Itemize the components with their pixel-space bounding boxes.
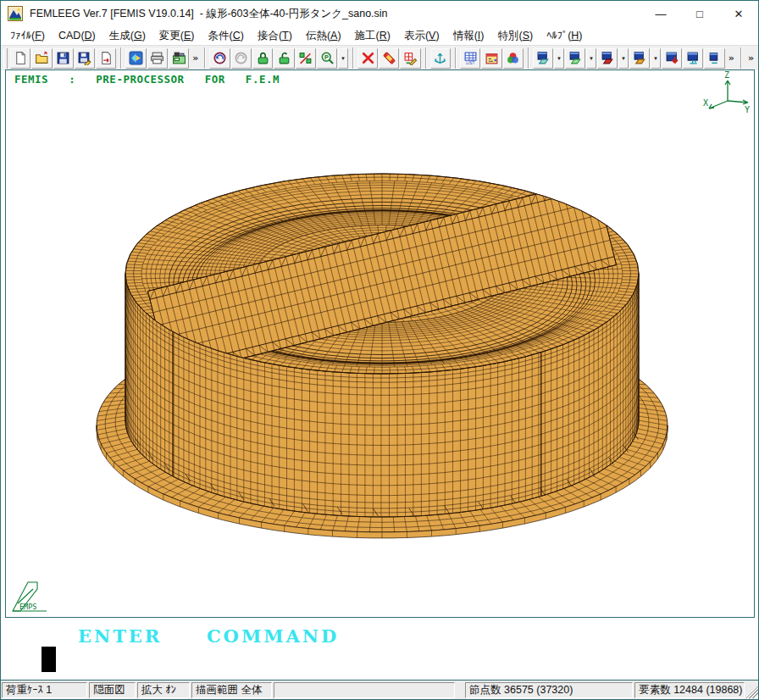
toolbar-overflow-chevron-icon[interactable]: »	[745, 53, 756, 64]
toolbar-overflow-chevron-icon[interactable]: »	[190, 53, 201, 64]
view-down-button[interactable]	[662, 48, 682, 69]
schedule-button[interactable]	[481, 48, 501, 69]
color-wheel-icon	[506, 51, 520, 65]
toolbar-separator	[528, 47, 529, 69]
menu-item-help[interactable]: ﾍﾙﾌﾟ(H)	[540, 28, 589, 43]
toolbar-separator	[455, 47, 457, 69]
save-button[interactable]	[53, 48, 74, 69]
status-field-load-case: 荷重ｹｰｽ 1	[2, 682, 87, 698]
save-as-icon	[77, 51, 91, 65]
save-icon	[56, 51, 70, 65]
svg-text:Z: Z	[724, 70, 729, 80]
toolbar-separator	[120, 47, 122, 69]
workplane-cyan-icon	[536, 51, 551, 65]
svg-text:X: X	[703, 98, 708, 108]
fit-view-button[interactable]	[125, 48, 146, 69]
axis-indicator: ZXY	[702, 70, 751, 118]
svg-text:P: P	[324, 53, 329, 61]
maximize-button[interactable]: □	[680, 1, 719, 26]
toolbar-separator	[425, 47, 427, 69]
command-cursor[interactable]	[42, 647, 56, 672]
workplane-green-button[interactable]	[565, 48, 585, 69]
app-window: FEMLEEG Ver.7 [FEMIS V19.0.14] - 線形-603全…	[0, 0, 759, 700]
unlock-icon	[277, 51, 291, 65]
percent-icon	[298, 51, 313, 65]
redo-icon	[234, 51, 248, 65]
open-file-icon	[35, 51, 49, 65]
dropdown-arrow-button[interactable]: ▼	[554, 48, 564, 69]
toolbar-overflow-chevron-icon[interactable]: »	[726, 53, 737, 64]
color-wheel-button[interactable]	[503, 48, 524, 69]
menu-item-info[interactable]: 情報(I)	[446, 27, 491, 45]
lock-button[interactable]	[252, 48, 273, 69]
mesh-canvas[interactable]	[6, 70, 754, 617]
move-axes-button[interactable]	[430, 48, 451, 69]
toolbar-grip[interactable]	[3, 48, 8, 69]
workplane-red-icon	[601, 51, 615, 65]
schedule-icon	[485, 51, 499, 65]
logo-text: EMPS	[19, 603, 36, 611]
capture-button[interactable]	[169, 48, 189, 69]
dropdown-arrow-button[interactable]: ▼	[618, 48, 629, 69]
svg-text:LIST: LIST	[466, 61, 474, 65]
workplane-green-icon	[568, 51, 583, 65]
menu-bar: ﾌｧｲﾙ(F)CAD(D)生成(G)変更(E)条件(C)接合(T)伝熱(A)施工…	[1, 26, 758, 45]
menu-item-construction[interactable]: 施工(R)	[348, 27, 397, 45]
view-stand-button[interactable]	[683, 48, 703, 69]
view-part-button[interactable]	[704, 48, 724, 69]
command-area[interactable]: ENTER COMMAND	[2, 619, 758, 681]
menu-item-file[interactable]: ﾌｧｲﾙ(F)	[3, 28, 52, 43]
femis-header-text: FEMIS : PRE-PROCESSOR FOR F.E.M	[14, 73, 280, 86]
move-axes-icon	[433, 51, 447, 65]
open-file-button[interactable]	[31, 48, 52, 69]
status-field-node-count: 節点数 36575 (37320)	[465, 682, 633, 698]
command-prompt: ENTER COMMAND	[78, 625, 339, 647]
dropdown-arrow-button[interactable]: ▼	[651, 48, 661, 69]
edit-mesh-icon	[403, 51, 418, 65]
zoom-part-button[interactable]: P	[317, 48, 337, 69]
menu-item-generate[interactable]: 生成(G)	[102, 27, 152, 45]
percent-button[interactable]	[296, 48, 316, 69]
redo-button[interactable]	[231, 48, 252, 69]
status-field-spacer	[457, 682, 463, 698]
workplane-red-button[interactable]	[597, 48, 618, 69]
femleeg-app-icon	[8, 6, 23, 21]
fit-view-icon	[129, 51, 143, 65]
delete-icon	[361, 51, 375, 65]
dropdown-arrow-button[interactable]: ▼	[338, 48, 348, 69]
workplane-cyan-button[interactable]	[533, 48, 553, 69]
lock-icon	[256, 51, 270, 65]
menu-item-modify[interactable]: 変更(E)	[152, 27, 202, 45]
dropdown-arrow-button[interactable]: ▼	[586, 48, 596, 69]
menu-item-view[interactable]: 表示(V)	[397, 27, 446, 45]
undo-button[interactable]	[209, 48, 230, 69]
toolbar-separator	[352, 47, 354, 69]
menu-item-heat[interactable]: 伝熱(A)	[299, 27, 348, 45]
title-bar: FEMLEEG Ver.7 [FEMIS V19.0.14] - 線形-603全…	[1, 1, 758, 26]
save-as-button[interactable]	[75, 48, 95, 69]
list-table-button[interactable]: LIST	[460, 48, 480, 69]
model-viewport[interactable]: FEMIS : PRE-PROCESSOR FOR F.E.M ZXY EMPS	[5, 69, 755, 618]
resize-grip[interactable]	[746, 682, 758, 698]
menu-item-cad[interactable]: CAD(D)	[52, 28, 102, 43]
menu-item-special[interactable]: 特別(S)	[490, 27, 540, 45]
list-table-icon: LIST	[463, 51, 478, 65]
status-field-zoom-mode: 拡大 ｵﾝ	[137, 682, 190, 698]
print-button[interactable]	[147, 48, 168, 69]
export-file-button[interactable]	[96, 48, 116, 69]
close-button[interactable]: ✕	[719, 1, 758, 26]
minimize-button[interactable]: —	[641, 1, 680, 26]
menu-item-joint[interactable]: 接合(T)	[251, 27, 299, 45]
menu-item-condition[interactable]: 条件(C)	[202, 27, 251, 45]
workplane-yellow-button[interactable]	[629, 48, 650, 69]
erase-button[interactable]	[379, 48, 399, 69]
edit-mesh-button[interactable]	[400, 48, 420, 69]
print-icon	[150, 51, 164, 65]
new-file-button[interactable]	[10, 48, 30, 69]
view-part-icon	[707, 51, 722, 65]
status-field-draw-range: 描画範囲 全体	[191, 682, 272, 698]
capture-icon	[172, 51, 186, 65]
unlock-button[interactable]	[274, 48, 294, 69]
delete-button[interactable]	[357, 48, 378, 69]
view-stand-icon	[686, 51, 701, 65]
